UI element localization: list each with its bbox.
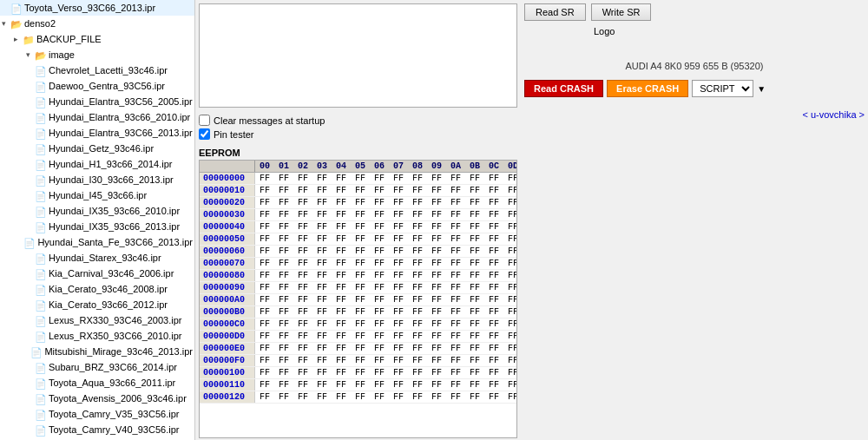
tree-item[interactable]: 📄Hyundai_IX35_93c66_2010.ipr: [0, 203, 194, 219]
hex-cell[interactable]: FF: [370, 246, 389, 257]
hex-cell[interactable]: FF: [503, 233, 517, 245]
write-sr-button[interactable]: Write SR: [591, 3, 652, 21]
hex-cell[interactable]: FF: [370, 306, 389, 318]
tree-item[interactable]: 📄Hyundai_Elantra_93C56_2005.ipr: [0, 94, 194, 109]
hex-cell[interactable]: FF: [503, 258, 517, 269]
hex-cell[interactable]: FF: [408, 197, 427, 208]
hex-cell[interactable]: FF: [274, 197, 293, 208]
hex-cell[interactable]: FF: [351, 185, 370, 196]
hex-cell[interactable]: FF: [312, 173, 332, 184]
read-crash-button[interactable]: Read CRASH: [524, 80, 603, 97]
hex-cell[interactable]: FF: [370, 258, 389, 269]
hex-cell[interactable]: FF: [274, 306, 293, 318]
tree-item[interactable]: 📄Hyundai_IX35_93c66_2013.ipr: [0, 219, 194, 234]
hex-cell[interactable]: FF: [427, 294, 446, 305]
hex-cell[interactable]: FF: [484, 246, 503, 257]
hex-cell[interactable]: FF: [465, 391, 484, 403]
hex-cell[interactable]: FF: [370, 270, 389, 281]
hex-cell[interactable]: FF: [484, 331, 503, 342]
hex-cell[interactable]: FF: [351, 233, 370, 245]
tree-item[interactable]: 📄Hyundai_H1_93c66_2014.ipr: [0, 156, 194, 172]
tree-item[interactable]: 📄Kia_Carnival_93c46_2006.ipr: [0, 266, 194, 281]
hex-cell[interactable]: FF: [389, 258, 408, 269]
hex-cell[interactable]: FF: [465, 270, 484, 281]
hex-cell[interactable]: FF: [255, 258, 274, 269]
hex-cell[interactable]: FF: [465, 209, 484, 220]
hex-cell[interactable]: FF: [293, 185, 312, 196]
hex-cell[interactable]: FF: [370, 379, 389, 391]
hex-cell[interactable]: FF: [427, 282, 446, 293]
hex-cell[interactable]: FF: [255, 221, 274, 233]
hex-cell[interactable]: FF: [446, 294, 465, 305]
hex-cell[interactable]: FF: [332, 379, 351, 391]
hex-cell[interactable]: FF: [351, 331, 370, 342]
hex-cell[interactable]: FF: [351, 294, 370, 305]
hex-cell[interactable]: FF: [484, 197, 503, 208]
hex-cell[interactable]: FF: [351, 379, 370, 391]
hex-cell[interactable]: FF: [408, 355, 427, 366]
hex-cell[interactable]: FF: [255, 306, 274, 318]
hex-cell[interactable]: FF: [293, 197, 312, 208]
hex-viewer[interactable]: 000102030405060708090A0B0C0D0E0F 0000000…: [199, 160, 517, 438]
hex-cell[interactable]: FF: [503, 282, 517, 293]
hex-cell[interactable]: FF: [484, 343, 503, 354]
hex-cell[interactable]: FF: [465, 379, 484, 391]
hex-cell[interactable]: FF: [370, 391, 389, 403]
hex-cell[interactable]: FF: [332, 306, 351, 318]
tree-item[interactable]: 📄Hyundai_Elantra_93c66_2010.ipr: [0, 109, 194, 125]
hex-cell[interactable]: FF: [255, 355, 274, 366]
hex-cell[interactable]: FF: [274, 221, 293, 233]
hex-cell[interactable]: FF: [465, 221, 484, 233]
hex-cell[interactable]: FF: [484, 185, 503, 196]
hex-cell[interactable]: FF: [351, 306, 370, 318]
hex-cell[interactable]: FF: [293, 282, 312, 293]
hex-cell[interactable]: FF: [503, 185, 517, 196]
user-link[interactable]: < u-vovchika >: [802, 109, 865, 120]
hex-cell[interactable]: FF: [503, 173, 517, 184]
hex-cell[interactable]: FF: [408, 294, 427, 305]
hex-cell[interactable]: FF: [503, 221, 517, 233]
hex-cell[interactable]: FF: [389, 209, 408, 220]
hex-cell[interactable]: FF: [427, 391, 446, 403]
hex-cell[interactable]: FF: [465, 355, 484, 366]
hex-cell[interactable]: FF: [427, 233, 446, 245]
hex-cell[interactable]: FF: [370, 367, 389, 378]
hex-cell[interactable]: FF: [446, 355, 465, 366]
hex-cell[interactable]: FF: [255, 282, 274, 293]
hex-cell[interactable]: FF: [332, 209, 351, 220]
hex-cell[interactable]: FF: [465, 331, 484, 342]
hex-cell[interactable]: FF: [446, 282, 465, 293]
hex-cell[interactable]: FF: [351, 343, 370, 354]
hex-cell[interactable]: FF: [465, 185, 484, 196]
hex-cell[interactable]: FF: [503, 270, 517, 281]
hex-cell[interactable]: FF: [370, 294, 389, 305]
tree-item[interactable]: 📄Daewoo_Gentra_93C56.ipr: [0, 78, 194, 94]
hex-cell[interactable]: FF: [255, 343, 274, 354]
hex-cell[interactable]: FF: [484, 173, 503, 184]
hex-cell[interactable]: FF: [446, 331, 465, 342]
hex-cell[interactable]: FF: [312, 209, 332, 220]
hex-cell[interactable]: FF: [408, 391, 427, 403]
hex-cell[interactable]: FF: [408, 282, 427, 293]
tree-item[interactable]: 📄Kia_Cerato_93c66_2012.ipr: [0, 297, 194, 312]
hex-cell[interactable]: FF: [332, 221, 351, 233]
hex-cell[interactable]: FF: [389, 173, 408, 184]
tree-item[interactable]: 📄Hyundai_I30_93c66_2013.ipr: [0, 172, 194, 187]
hex-cell[interactable]: FF: [446, 197, 465, 208]
hex-cell[interactable]: FF: [274, 173, 293, 184]
hex-cell[interactable]: FF: [293, 294, 312, 305]
hex-cell[interactable]: FF: [484, 233, 503, 245]
hex-cell[interactable]: FF: [370, 355, 389, 366]
hex-cell[interactable]: FF: [274, 391, 293, 403]
hex-cell[interactable]: FF: [389, 233, 408, 245]
hex-cell[interactable]: FF: [312, 282, 332, 293]
hex-cell[interactable]: FF: [427, 379, 446, 391]
hex-cell[interactable]: FF: [274, 355, 293, 366]
hex-cell[interactable]: FF: [484, 379, 503, 391]
tree-item[interactable]: 📄Hyundai_I45_93c66.ipr: [0, 187, 194, 203]
hex-cell[interactable]: FF: [293, 173, 312, 184]
hex-cell[interactable]: FF: [465, 258, 484, 269]
hex-cell[interactable]: FF: [293, 209, 312, 220]
hex-cell[interactable]: FF: [312, 185, 332, 196]
hex-cell[interactable]: FF: [503, 319, 517, 330]
